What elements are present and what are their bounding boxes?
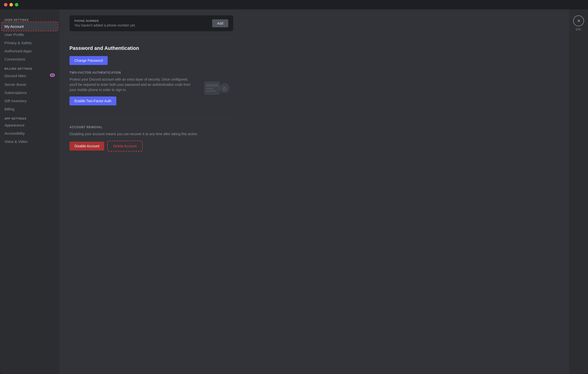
settings-layout: USER SETTINGS My Account User Profile Pr… [0,9,588,374]
sidebar-item-privacy-safety[interactable]: Privacy & Safety [2,39,58,47]
sidebar: USER SETTINGS My Account User Profile Pr… [0,9,60,374]
user-settings-label: USER SETTINGS [2,16,58,22]
esc-symbol: ✕ [577,19,580,23]
svg-rect-5 [206,88,213,89]
sidebar-item-server-boost[interactable]: Server Boost [2,80,58,89]
maximize-button[interactable] [15,3,18,6]
tfa-label: TWO-FACTOR AUTHENTICATION [69,71,233,74]
password-auth-section: Password and Authentication Change Passw… [69,45,233,111]
phone-label: PHONE NUMBER [74,19,136,22]
sidebar-item-appearance[interactable]: Appearance [2,121,58,129]
app-window: USER SETTINGS My Account User Profile Pr… [0,0,588,374]
billing-settings-label: BILLING SETTINGS [2,65,58,71]
tfa-row: Protect your Discord account with an ext… [69,77,233,111]
minimize-button[interactable] [9,3,13,6]
app-settings-label: APP SETTINGS [2,115,58,121]
removal-buttons: Disable Account Delete Account [69,142,233,151]
esc-label: ESC [576,28,582,31]
add-phone-button[interactable]: Add [212,19,228,27]
phone-value: You haven't added a phone number yet. [74,23,136,27]
tfa-description: Protect your Discord account with an ext… [69,77,195,93]
close-panel: ✕ ESC [569,9,588,374]
content-inner: PHONE NUMBER You haven't added a phone n… [60,9,243,374]
esc-close-button[interactable]: ✕ [573,15,584,26]
account-removal-section: ACCOUNT REMOVAL Disabling your account m… [69,125,233,151]
sidebar-item-voice-video[interactable]: Voice & Video [2,137,58,146]
close-button[interactable] [4,3,7,6]
traffic-lights [4,3,18,6]
phone-card: PHONE NUMBER You haven't added a phone n… [69,15,233,31]
sidebar-item-subscriptions[interactable]: Subscriptions [2,89,58,97]
nitro-icon [50,73,55,78]
tfa-text: Protect your Discord account with an ext… [69,77,195,111]
title-bar [0,0,588,9]
sidebar-item-accessibility[interactable]: Accessibility [2,129,58,137]
enable-tfa-button[interactable]: Enable Two-Factor Auth [69,96,116,105]
svg-rect-6 [206,90,216,92]
sidebar-item-authorized-apps[interactable]: Authorized Apps [2,47,58,55]
tfa-illustration [201,77,233,99]
sidebar-item-discord-nitro[interactable]: Discord Nitro [2,71,58,80]
delete-account-button[interactable]: Delete Account [108,142,141,151]
disable-account-button[interactable]: Disable Account [69,142,104,151]
svg-rect-4 [206,84,218,87]
phone-info: PHONE NUMBER You haven't added a phone n… [74,19,136,27]
main-content: PHONE NUMBER You haven't added a phone n… [60,9,569,374]
section-divider [69,118,233,119]
svg-point-2 [52,75,53,76]
sidebar-item-billing[interactable]: Billing [2,105,58,113]
sidebar-item-gift-inventory[interactable]: Gift Inventory [2,97,58,105]
sidebar-item-my-account[interactable]: My Account [2,22,58,31]
account-removal-label: ACCOUNT REMOVAL [69,125,233,129]
sidebar-item-connections[interactable]: Connections [2,55,58,63]
change-password-button[interactable]: Change Password [69,56,108,65]
sidebar-item-user-profile[interactable]: User Profile [2,31,58,39]
phone-section: PHONE NUMBER You haven't added a phone n… [69,15,233,37]
removal-description: Disabling your account means you can rec… [69,131,233,137]
password-auth-title: Password and Authentication [69,45,233,51]
svg-point-10 [224,89,225,90]
